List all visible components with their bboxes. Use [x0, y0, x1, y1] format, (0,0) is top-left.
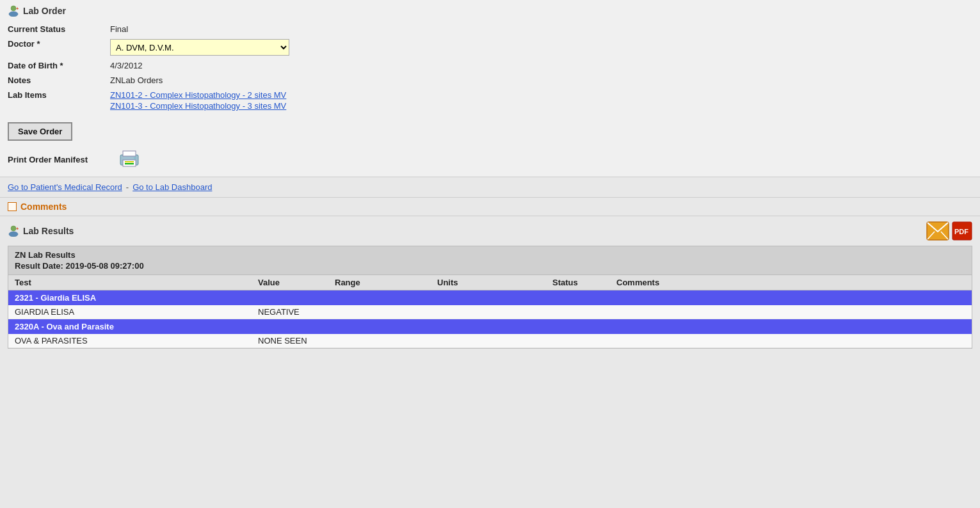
svg-text:+: + [16, 6, 19, 11]
lab-items-label: Lab Items [8, 89, 110, 100]
notes-label: Notes [8, 74, 110, 85]
result-group-1-header: 2321 - Giardia ELISA [8, 290, 972, 305]
result-date: Result Date: 2019-05-08 09:27:00 [15, 261, 965, 271]
col-test: Test [15, 278, 258, 287]
comments-section: Comments [0, 198, 980, 216]
lab-order-icon: + [8, 5, 19, 17]
col-units: Units [437, 278, 552, 287]
lab-results-title: + Lab Results [8, 225, 74, 237]
svg-point-8 [134, 157, 136, 159]
col-range: Range [335, 278, 437, 287]
result-group-2-header: 2320A - Ova and Parasite [8, 319, 972, 334]
lab-order-title: + Lab Order [8, 5, 972, 17]
col-status: Status [552, 278, 616, 287]
comments-title: Comments [8, 202, 972, 212]
result-units-ova [437, 336, 552, 345]
svg-rect-7 [125, 163, 134, 164]
lab-results-section: + Lab Results PDF [0, 216, 980, 356]
result-value-ova: NONE SEEN [258, 336, 335, 345]
page-container: + Lab Order Current Status Final Doctor … [0, 0, 980, 508]
current-status-row: Current Status Final [8, 23, 972, 34]
lab-item-2-link[interactable]: ZN101-3 - Complex Histopathology - 3 sit… [110, 101, 286, 111]
lab-dashboard-link[interactable]: Go to Lab Dashboard [133, 182, 212, 192]
lab-item-1-link[interactable]: ZN101-2 - Complex Histopathology - 2 sit… [110, 90, 286, 100]
save-order-button[interactable]: Save Order [8, 122, 72, 141]
nav-separator: - [126, 182, 129, 192]
result-units-giardia [437, 307, 552, 317]
lab-items-values: ZN101-2 - Complex Histopathology - 2 sit… [110, 89, 286, 112]
result-range-giardia [335, 307, 437, 317]
lab-items-row: Lab Items ZN101-2 - Complex Histopatholo… [8, 89, 972, 112]
save-order-wrapper: Save Order [8, 122, 72, 141]
result-status-ova [552, 336, 616, 345]
results-table: ZN Lab Results Result Date: 2019-05-08 0… [8, 246, 972, 349]
results-columns-header: Test Value Range Units Status Comments [8, 275, 972, 290]
doctor-select-wrapper[interactable]: A. DVM, D.V.M. [110, 38, 289, 56]
patient-record-link[interactable]: Go to Patient's Medical Record [8, 182, 122, 192]
svg-text:+: + [16, 226, 19, 231]
result-test-giardia: GIARDIA ELISA [15, 307, 258, 317]
result-value-giardia: NEGATIVE [258, 307, 335, 317]
action-icons: PDF [926, 221, 972, 241]
result-comments-giardia [616, 307, 965, 317]
dob-row: Date of Birth * 4/3/2012 [8, 60, 972, 70]
svg-point-10 [9, 232, 18, 237]
result-comments-ova [616, 336, 965, 345]
email-button[interactable] [926, 221, 949, 241]
comments-icon [8, 202, 17, 211]
svg-rect-6 [125, 161, 134, 163]
doctor-select[interactable]: A. DVM, D.V.M. [110, 39, 289, 56]
lab-order-section: + Lab Order Current Status Final Doctor … [0, 0, 980, 177]
result-row-ova: OVA & PARASITES NONE SEEN [8, 334, 972, 348]
print-manifest-label: Print Order Manifest [8, 154, 110, 164]
lab-results-header: + Lab Results PDF [8, 221, 972, 241]
notes-value: ZNLab Orders [110, 74, 163, 85]
current-status-label: Current Status [8, 23, 110, 34]
svg-rect-4 [123, 151, 136, 156]
nav-links-bar: Go to Patient's Medical Record - Go to L… [0, 177, 980, 198]
result-range-ova [335, 336, 437, 345]
svg-point-0 [11, 6, 16, 11]
result-status-giardia [552, 307, 616, 317]
current-status-value: Final [110, 23, 128, 34]
doctor-row: Doctor * A. DVM, D.V.M. [8, 38, 972, 56]
notes-row: Notes ZNLab Orders [8, 74, 972, 85]
result-row-giardia: GIARDIA ELISA NEGATIVE [8, 305, 972, 319]
lab-results-icon: + [8, 225, 19, 237]
dob-label: Date of Birth * [8, 60, 110, 70]
svg-point-9 [11, 226, 16, 231]
dob-value: 4/3/2012 [110, 60, 143, 70]
svg-point-1 [9, 12, 18, 17]
results-header-block: ZN Lab Results Result Date: 2019-05-08 0… [8, 246, 972, 275]
col-comments: Comments [616, 278, 965, 287]
zn-lab-results-title: ZN Lab Results [15, 250, 965, 260]
result-test-ova: OVA & PARASITES [15, 336, 258, 345]
printer-icon[interactable] [118, 148, 141, 169]
svg-text:PDF: PDF [954, 228, 968, 235]
print-manifest-row: Print Order Manifest [8, 148, 972, 169]
pdf-button[interactable]: PDF [952, 221, 972, 241]
doctor-label: Doctor * [8, 38, 110, 49]
comments-label: Comments [20, 202, 67, 212]
col-value: Value [258, 278, 335, 287]
